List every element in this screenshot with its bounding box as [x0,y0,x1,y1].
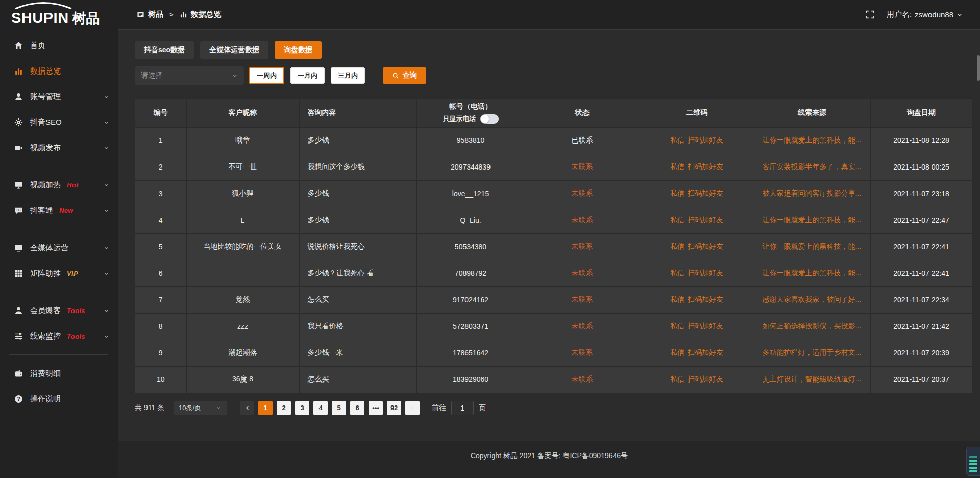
page-button-6[interactable]: 6 [350,401,364,415]
sidebar-item-home[interactable]: 首页 [0,33,118,58]
qr-action-link-1[interactable]: 扫码加好友 [688,189,723,197]
sidebar-item-account-manage[interactable]: 账号管理 [0,84,118,109]
username-value: zswodun88 [915,10,953,19]
qr-action-link-1[interactable]: 扫码加好友 [688,322,723,330]
user-dropdown[interactable]: 用户名: zswodun88 [887,10,963,19]
qr-action-link-0[interactable]: 私信 [670,242,684,250]
qr-action-link-1[interactable]: 扫码加好友 [688,162,723,171]
qr-action-link-1[interactable]: 扫码加好友 [688,136,723,144]
scrollbar[interactable] [977,55,980,81]
qr-action-link-0[interactable]: 私信 [670,162,684,171]
page-button-2[interactable]: 2 [277,401,291,415]
cell-source: 如何正确选择投影仪，买投影... [754,313,870,340]
goto-page-input[interactable] [451,401,474,415]
cell-date: 2021-11-07 21:42 [870,313,972,340]
range-button-0[interactable]: 一周内 [249,67,284,84]
qr-action-link-0[interactable]: 私信 [670,295,684,303]
tab-inquiry-data[interactable]: 询盘数据 [275,41,322,59]
cell-qr: 私信扫码加好友 [640,180,754,207]
sidebar-item-operation-guide[interactable]: ?操作说明 [0,386,118,412]
source-link[interactable]: 让你一眼就爱上的黑科技，能... [763,242,862,250]
sidebar-item-consume-detail[interactable]: 消费明细 [0,361,118,386]
table-row: 6多少钱？让我死心 看70898792未联系私信扫码加好友让你一眼就爱上的黑科技… [135,260,972,286]
sidebar: SHUPIN 树品 首页数据总览账号管理抖音SEO视频发布视频加热Hot抖客通N… [0,0,118,478]
sidebar-item-video-heat[interactable]: 视频加热Hot [0,172,118,198]
qr-action-link-0[interactable]: 私信 [670,136,684,144]
qr-action-link-1[interactable]: 扫码加好友 [688,242,723,250]
source-link[interactable]: 让你一眼就爱上的黑科技，能... [763,216,862,224]
sidebar-item-data-overview[interactable]: 数据总览 [0,58,118,84]
app-logo[interactable]: SHUPIN 树品 [0,0,118,30]
sidebar-item-video-publish[interactable]: 视频发布 [0,135,118,160]
cell-qr: 私信扫码加好友 [640,286,754,313]
qr-action-link-1[interactable]: 扫码加好友 [688,375,723,383]
source-link[interactable]: 感谢大家喜欢我家，被问了好... [763,295,862,303]
tab-omni-media-data[interactable]: 全媒体运营数据 [200,41,268,59]
member-icon [14,306,23,315]
source-link[interactable]: 被大家追着问的客厅投影分享... [763,189,862,197]
range-button-2[interactable]: 三月内 [331,67,365,84]
sidebar-item-douyin-seo[interactable]: 抖音SEO [0,109,118,135]
cell-no: 4 [135,207,186,233]
qr-action-link-0[interactable]: 私信 [670,216,684,224]
page-size-select[interactable]: 10条/页 [174,401,227,415]
sidebar-divider [9,292,108,292]
sidebar-item-clue-monitor[interactable]: 线索监控Tools [0,323,118,349]
sidebar-item-badge: Tools [67,332,85,340]
query-button[interactable]: 查询 [383,67,426,84]
qr-action-link-0[interactable]: 私信 [670,189,684,197]
cell-nickname: 36度 8 [186,366,299,393]
breadcrumb-home[interactable]: 树品 [148,10,163,19]
tab-douyin-seo-data[interactable]: 抖音seo数据 [135,41,194,59]
cell-nickname: L [186,207,299,233]
qr-action-link-0[interactable]: 私信 [670,322,684,330]
next-page-button[interactable] [405,401,420,415]
prev-page-button[interactable] [240,401,254,415]
page-button-1[interactable]: 1 [258,401,273,415]
page-button-92[interactable]: 92 [387,401,401,415]
qr-action-link-1[interactable]: 扫码加好友 [688,348,723,356]
cell-nickname: 觉然 [186,286,299,313]
chevron-left-icon [244,405,250,411]
qr-action-link-0[interactable]: 私信 [670,348,684,356]
table-row: 3狐小狸多少钱love__1215未联系私信扫码加好友被大家追着问的客厅投影分享… [135,180,972,207]
page-button-4[interactable]: 4 [313,401,328,415]
source-link[interactable]: 客厅安装投影半年多了，真实... [763,162,862,171]
username-label: 用户名: [887,10,912,19]
sidebar-item-omni-media[interactable]: 全媒体运营 [0,235,118,260]
query-button-label: 查询 [403,71,417,80]
source-link[interactable]: 无主灯设计，智能磁吸轨道灯... [763,375,862,383]
qr-action-link-1[interactable]: 扫码加好友 [688,216,723,224]
corner-widget[interactable] [966,447,980,476]
account-select[interactable]: 请选择 [135,66,244,85]
qr-action-link-1[interactable]: 扫码加好友 [688,269,723,277]
source-link[interactable]: 让你一眼就爱上的黑科技，能... [763,136,862,144]
phone-only-toggle[interactable] [480,114,499,124]
table-row: 8zzz我只看价格572803371未联系私信扫码加好友如何正确选择投影仪，买投… [135,313,972,340]
cell-no: 1 [135,127,186,154]
fullscreen-icon[interactable] [866,10,874,19]
qr-action-link-1[interactable]: 扫码加好友 [688,295,723,303]
gear-icon [14,118,23,127]
range-button-1[interactable]: 一月内 [290,67,325,84]
page-ellipsis-button[interactable]: ••• [369,401,383,415]
page-button-3[interactable]: 3 [295,401,309,415]
sidebar-item-douketong[interactable]: 抖客通New [0,198,118,223]
qr-action-link-0[interactable]: 私信 [670,269,684,277]
cell-qr: 私信扫码加好友 [640,313,754,340]
page-button-5[interactable]: 5 [332,401,346,415]
sliders-icon [14,332,23,341]
sidebar-item-member-burst[interactable]: 会员爆客Tools [0,298,118,323]
brand-name-cn: 树品 [72,12,100,26]
source-link[interactable]: 让你一眼就爱上的黑科技，能... [763,269,862,277]
sidebar-item-matrix-boost[interactable]: 矩阵助推VIP [0,260,118,286]
cell-nickname: 潮起潮落 [186,340,299,366]
source-link[interactable]: 如何正确选择投影仪，买投影... [763,322,862,330]
cell-date: 2021-11-07 22:41 [870,260,972,286]
video-camera-icon [14,144,23,152]
sidebar-item-badge: VIP [67,270,78,277]
cell-source: 让你一眼就爱上的黑科技，能... [754,207,870,233]
source-link[interactable]: 多功能护栏灯，适用于乡村文... [763,348,862,356]
chevron-down-icon [104,94,109,100]
qr-action-link-0[interactable]: 私信 [670,375,684,383]
